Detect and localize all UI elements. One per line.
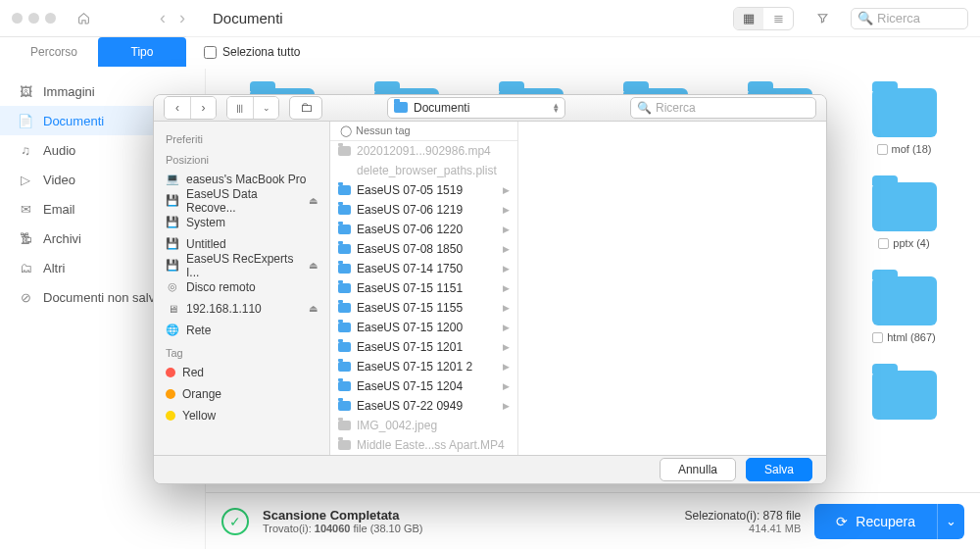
drive-icon: ◎ <box>166 280 179 293</box>
location-item[interactable]: 💾System <box>154 212 329 233</box>
folder-icon <box>394 102 408 113</box>
file-row[interactable]: EaseUS 07-15 1200▶ <box>330 318 517 337</box>
grid-folder[interactable]: pptx (4) <box>852 182 956 249</box>
dialog-search-input[interactable]: 🔍 Ricerca <box>630 97 816 119</box>
location-dropdown[interactable]: Documenti ▴▾ <box>387 97 565 119</box>
drive-icon: 💻 <box>166 173 179 185</box>
folder-icon <box>338 185 351 195</box>
file-row[interactable]: delete_browser_paths.plist <box>330 161 517 180</box>
folder-icon <box>338 303 351 313</box>
tabs: Percorso Tipo Seleziona tutto <box>0 37 980 67</box>
nonsalvati-icon: ⊘ <box>18 290 33 305</box>
window-controls <box>12 13 56 24</box>
dialog-toolbar: ‹ › ⫼ ⌄ 🗀 Documenti ▴▾ 🔍 Ricerca <box>154 95 826 122</box>
chevron-right-icon: ▶ <box>503 244 510 254</box>
preview-pane <box>518 122 826 455</box>
file-row[interactable]: IMG_0042.jpeg <box>330 416 517 435</box>
folder-icon <box>872 371 937 420</box>
immagini-icon: 🖼 <box>18 84 33 99</box>
file-row[interactable]: EaseUS 07-22 0949▶ <box>330 396 517 416</box>
drive-icon: 💾 <box>166 237 179 250</box>
recover-button[interactable]: ⟳Recupera ⌄ <box>814 504 964 539</box>
refresh-icon: ⟳ <box>836 514 848 529</box>
file-row[interactable]: EaseUS 07-15 1155▶ <box>330 298 517 318</box>
file-row[interactable]: EaseUS 07-08 1850▶ <box>330 239 517 259</box>
chevron-right-icon: ▶ <box>503 303 510 313</box>
dialog-footer: Annulla Salva <box>154 455 826 483</box>
columns-view-icon[interactable]: ⫼ <box>227 97 253 119</box>
chevron-right-icon: ▶ <box>503 381 510 391</box>
tag-item[interactable]: Red <box>154 362 329 383</box>
eject-icon[interactable]: ⏏ <box>309 260 318 271</box>
chevron-right-icon: ▶ <box>503 185 510 195</box>
close-dot[interactable] <box>12 13 23 24</box>
drive-icon: 💾 <box>166 259 179 272</box>
folder-checkbox[interactable] <box>877 144 888 155</box>
filter-icon[interactable] <box>809 8 835 29</box>
eject-icon[interactable]: ⏏ <box>309 303 318 314</box>
tag-dot-icon <box>166 368 175 377</box>
location-item[interactable]: ◎Disco remoto <box>154 276 329 298</box>
location-item[interactable]: 💾EaseUS RecExperts I...⏏ <box>154 255 329 276</box>
folder-icon <box>338 421 351 430</box>
save-button[interactable]: Salva <box>746 458 812 481</box>
back-icon[interactable]: ‹ <box>165 97 190 119</box>
audio-icon: ♫ <box>18 143 33 158</box>
file-row[interactable]: EaseUS 07-15 1201▶ <box>330 337 517 357</box>
file-row[interactable]: EaseUS 07-05 1519▶ <box>330 180 517 200</box>
documenti-icon: 📄 <box>18 114 33 128</box>
search-icon: 🔍 <box>637 101 652 115</box>
view-chev-icon[interactable]: ⌄ <box>253 97 278 119</box>
path-title: Documenti <box>213 10 283 26</box>
file-row[interactable]: EaseUS 07-06 1219▶ <box>330 200 517 220</box>
video-icon: ▷ <box>18 173 33 187</box>
tag-item[interactable]: Orange <box>154 383 329 405</box>
file-row[interactable]: EaseUS 07-15 1151▶ <box>330 278 517 298</box>
fwd-icon[interactable]: › <box>190 97 216 119</box>
file-row[interactable]: EaseUS 07-15 1204▶ <box>330 376 517 396</box>
tab-percorso[interactable]: Percorso <box>10 37 98 67</box>
location-item[interactable]: 💾EaseUS Data Recove...⏏ <box>154 190 329 212</box>
footer: ✓ Scansione Completata Trovato(i): 10406… <box>206 492 980 549</box>
recover-dropdown[interactable]: ⌄ <box>937 504 964 539</box>
select-all-checkbox[interactable] <box>204 46 217 59</box>
file-row[interactable]: Middle Easte...ss Apart.MP4 <box>330 435 517 455</box>
folder-checkbox[interactable] <box>878 238 889 249</box>
drive-icon: 🌐 <box>166 324 179 336</box>
folder-icon <box>338 362 351 372</box>
fwd-icon[interactable]: › <box>179 8 185 28</box>
drive-icon: 🖥 <box>166 303 179 315</box>
check-icon: ✓ <box>221 508 249 535</box>
search-icon: 🔍 <box>858 11 873 25</box>
select-all[interactable]: Seleziona tutto <box>186 36 980 67</box>
file-row[interactable]: EaseUS 07-15 1201 2▶ <box>330 357 517 376</box>
folder-icon <box>338 401 351 411</box>
folder-checkbox[interactable] <box>872 332 883 343</box>
folder-icon <box>338 205 351 215</box>
grid-folder[interactable] <box>852 371 956 425</box>
max-dot[interactable] <box>45 13 56 24</box>
back-icon[interactable]: ‹ <box>160 8 166 28</box>
tag-item[interactable]: Yellow <box>154 405 329 426</box>
eject-icon[interactable]: ⏏ <box>309 195 318 206</box>
search-input[interactable]: 🔍 Ricerca <box>851 8 968 29</box>
file-row[interactable]: 202012091...902986.mp4 <box>330 141 517 161</box>
chevron-right-icon: ▶ <box>503 362 510 372</box>
view-toggle: ▦ ≣ <box>733 7 794 30</box>
save-dialog: ‹ › ⫼ ⌄ 🗀 Documenti ▴▾ 🔍 Ricerca Pref <box>153 94 827 484</box>
chevron-updown-icon: ▴▾ <box>554 103 559 113</box>
grid-folder[interactable]: mof (18) <box>852 88 956 155</box>
location-item[interactable]: 🖥192.168.1.110⏏ <box>154 298 329 320</box>
file-row[interactable]: EaseUS 07-14 1750▶ <box>330 259 517 278</box>
location-item[interactable]: 🌐Rete <box>154 320 329 341</box>
folder-button[interactable]: 🗀 <box>289 96 322 120</box>
grid-folder[interactable]: html (867) <box>852 276 956 343</box>
tag-dot-icon <box>166 389 175 399</box>
min-dot[interactable] <box>28 13 39 24</box>
tab-tipo[interactable]: Tipo <box>98 37 186 67</box>
home-icon[interactable] <box>74 9 93 28</box>
grid-view-icon[interactable]: ▦ <box>734 8 763 29</box>
list-view-icon[interactable]: ≣ <box>763 8 793 29</box>
file-row[interactable]: EaseUS 07-06 1220▶ <box>330 220 517 239</box>
cancel-button[interactable]: Annulla <box>660 458 736 481</box>
